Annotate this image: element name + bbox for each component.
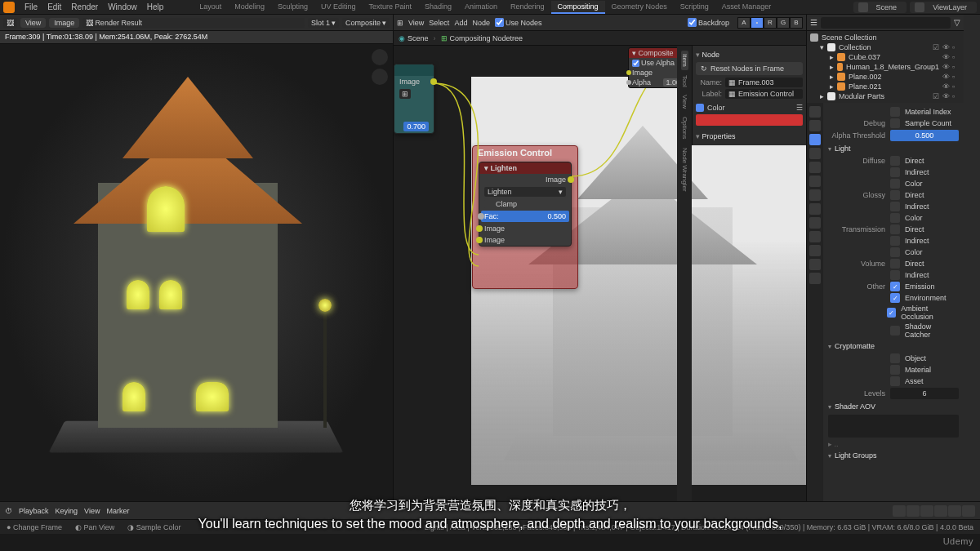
ptab-scene[interactable] (809, 148, 821, 159)
ptab-viewlayer[interactable] (809, 134, 821, 145)
node-canvas[interactable]: Image ⊞ 0.700 Emission Control ▾ Lighten… (394, 46, 806, 501)
tab-uv[interactable]: UV Editing (314, 1, 363, 14)
outliner-item[interactable]: ▸Plane.021👁▫ (807, 82, 964, 91)
ne-menu-view[interactable]: View (408, 19, 424, 27)
editor-type-icon[interactable]: 🖼 (3, 18, 17, 28)
blend-mode-dropdown[interactable]: Lighten▾ (484, 187, 566, 197)
section-crypto[interactable]: Cryptomatte (828, 340, 959, 353)
crumb-scene[interactable]: ◉Scene (399, 34, 429, 42)
outliner-header: ☰ ▽ (807, 15, 964, 31)
mesh-icon (837, 82, 845, 91)
ptab-constraint[interactable] (809, 231, 821, 242)
ptab-physics[interactable] (809, 217, 821, 229)
collection-icon (827, 43, 835, 51)
side-tab-options[interactable]: Options (681, 113, 688, 143)
ptab-texture[interactable] (809, 273, 821, 284)
tab-shading[interactable]: Shading (418, 1, 458, 14)
ie-menu-view[interactable]: View (20, 18, 46, 28)
ptab-render[interactable] (809, 106, 821, 118)
subtitle-chinese: 您将学习到为背景营造氛围、深度和真实感的技巧， (0, 498, 980, 513)
ptab-world[interactable] (809, 162, 821, 173)
viewlayer-selector[interactable]: ViewLayer (910, 2, 977, 13)
tab-sculpting[interactable]: Sculpting (271, 1, 314, 14)
npanel-node-header[interactable]: Node (696, 49, 803, 60)
menu-render[interactable]: Render (66, 2, 103, 11)
render-stats: Frame:309 | Time:01:38.09 | Mem:2541.06M… (0, 31, 393, 44)
rendered-house-image (74, 85, 318, 460)
subtitle-english: You'll learn techniques to set the mood … (0, 517, 980, 531)
image-editor: 🖼 View Image 🖼Render Result Slot 1▾ Comp… (0, 15, 394, 501)
node-sidebar-panel: Node ↻Reset Nodes in Frame Name:▦Frame.0… (692, 46, 806, 145)
side-tab-wrangler[interactable]: Node Wrangler (681, 144, 688, 195)
ne-menu-select[interactable]: Select (429, 19, 449, 27)
ptab-data[interactable] (809, 245, 821, 256)
image-datablock[interactable]: 🖼Render Result (82, 18, 305, 28)
section-light-groups[interactable]: Light Groups (828, 449, 959, 462)
ptab-object[interactable] (809, 176, 821, 187)
udemy-watermark: Udemy (943, 536, 973, 546)
pan-icon[interactable] (372, 69, 388, 85)
node-label-field[interactable]: ▦Emission Control (725, 89, 803, 99)
tab-rendering[interactable]: Rendering (504, 1, 551, 14)
frame-title: Emission Control (473, 146, 577, 159)
side-tab-view[interactable]: View (681, 91, 688, 112)
reset-nodes-button[interactable]: ↻Reset Nodes in Frame (696, 62, 803, 75)
render-viewport[interactable] (0, 44, 393, 501)
tab-animation[interactable]: Animation (458, 1, 504, 14)
outliner-tree[interactable]: Scene Collection ▾Collection☑👁▫ ▸Cube.03… (807, 31, 964, 103)
tab-scripting[interactable]: Scripting (674, 1, 715, 14)
viewport-overlay-icons (372, 49, 388, 85)
ptab-particle[interactable] (809, 203, 821, 215)
mesh-icon (837, 53, 845, 61)
levels-field[interactable]: 6 (890, 388, 959, 399)
outliner-item[interactable]: ▸Cube.037👁▫ (807, 52, 964, 62)
menu-file[interactable]: File (20, 2, 42, 11)
ptab-material[interactable] (809, 259, 821, 270)
mesh-icon (837, 73, 845, 81)
node-name-field[interactable]: ▦Frame.003 (725, 78, 803, 87)
outliner-icon[interactable]: ☰ (810, 18, 817, 27)
channel-buttons[interactable]: A•RGB (737, 17, 803, 29)
node-editor-type-icon[interactable]: ⊞ (397, 19, 403, 27)
outliner-and-props: ☰ ▽ Scene Collection ▾Collection☑👁▫ ▸Cub… (807, 15, 964, 501)
tab-layout[interactable]: Layout (193, 1, 228, 14)
alpha-threshold-slider[interactable]: 0.500 (890, 130, 959, 141)
outliner-search[interactable] (821, 17, 951, 29)
tab-modeling[interactable]: Modeling (228, 1, 271, 14)
ne-menu-add[interactable]: Add (454, 19, 467, 27)
shader-aov-list[interactable] (828, 415, 959, 438)
backdrop-toggle[interactable]: Backdrop (688, 18, 729, 27)
use-nodes-toggle[interactable]: Use Nodes (495, 18, 542, 27)
collection-icon (827, 92, 835, 100)
tab-texture[interactable]: Texture Paint (362, 1, 418, 14)
npanel-properties-header[interactable]: Properties (696, 131, 803, 142)
menu-edit[interactable]: Edit (42, 2, 66, 11)
ptab-modifier[interactable] (809, 189, 821, 201)
pass-select[interactable]: Composite▾ (342, 18, 390, 28)
scene-icon (858, 2, 868, 12)
node-color-swatch[interactable] (696, 114, 803, 126)
side-tab-tool[interactable]: Tool (681, 72, 688, 91)
tab-compositing[interactable]: Compositing (551, 1, 605, 14)
tab-asset[interactable]: Asset Manager (715, 1, 778, 14)
side-tab-item[interactable]: Item (681, 51, 688, 70)
section-light[interactable]: Light (828, 142, 959, 155)
outliner-item[interactable]: ▸Plane.002👁▫ (807, 72, 964, 82)
image-editor-header: 🖼 View Image 🖼Render Result Slot 1▾ Comp… (0, 15, 393, 31)
menu-help[interactable]: Help (142, 2, 169, 11)
ie-menu-image[interactable]: Image (49, 18, 79, 28)
menu-window[interactable]: Window (103, 2, 142, 11)
scene-selector[interactable]: Scene (853, 2, 907, 13)
ne-menu-node[interactable]: Node (472, 19, 490, 27)
node-mix-lighten[interactable]: ▾ Lighten Image Lighten▾ Clamp Fac:0.500… (479, 162, 572, 247)
node-group-partial[interactable]: Image ⊞ 0.700 (394, 64, 434, 134)
crumb-nodetree[interactable]: ⊞Compositing Nodetree (441, 34, 523, 42)
outliner-filter-icon[interactable]: ▽ (954, 18, 960, 27)
zoom-icon[interactable] (372, 49, 388, 65)
slot-select[interactable]: Slot 1▾ (308, 18, 339, 28)
ptab-output[interactable] (809, 120, 821, 131)
tab-geonodes[interactable]: Geometry Nodes (605, 1, 674, 14)
node-editor-header: ⊞ View Select Add Node Use Nodes Backdro… (394, 15, 806, 31)
outliner-item[interactable]: ▸Human_1.8_Meters_Group1👁▫ (807, 62, 964, 72)
section-shader-aov[interactable]: Shader AOV (828, 400, 959, 413)
